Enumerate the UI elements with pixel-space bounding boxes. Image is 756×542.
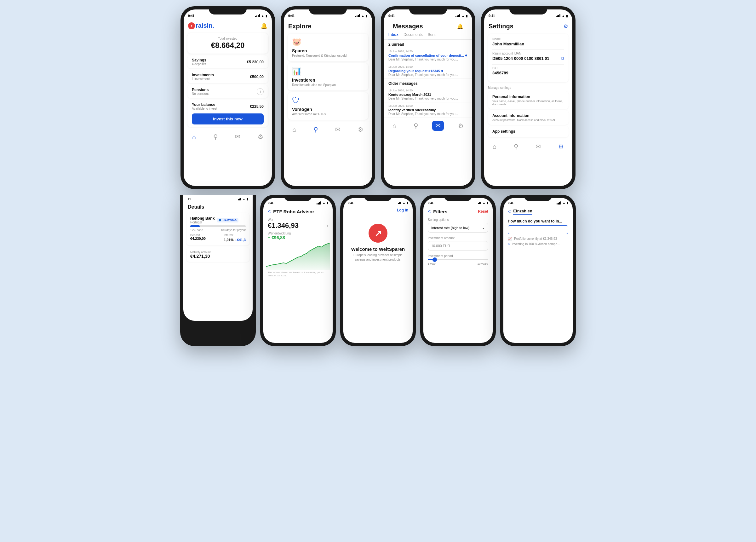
amount-input[interactable]: 10.000 EUR	[428, 241, 488, 250]
investments-amount: €500,00	[250, 75, 264, 79]
period-slider-section: Investment period 1 year 10 years	[423, 252, 493, 267]
msg1-preview: Dear Mr. Stephan, Thank you very much fo…	[388, 58, 468, 61]
h3	[559, 202, 560, 204]
vorsogen-title: Vorsogen	[292, 107, 364, 112]
notch-6	[284, 195, 312, 201]
einzahlen-back-btn[interactable]: <	[508, 209, 511, 214]
bottom-nav-1: ⌂ ⚲ ✉ ⚙	[184, 129, 272, 145]
nav-home-2[interactable]: ⌂	[289, 125, 299, 134]
bell-icon[interactable]: 🔔	[261, 22, 267, 29]
time-8: 9:41	[428, 201, 433, 204]
investments-left: Investments 1 investment	[192, 73, 214, 81]
time-5: 41	[188, 197, 191, 201]
pensions-left: Pensions No pensions	[192, 88, 209, 95]
message-1[interactable]: 18 Jun 2020, 14:50 Confirmation of cance…	[384, 48, 472, 63]
notch-7	[364, 195, 392, 201]
einzahlen-amount-input[interactable]	[508, 225, 568, 234]
msg2-preview: Dear Mr. Stephan, Thank you very much fo…	[388, 73, 468, 77]
pensions-add-btn[interactable]: +	[257, 88, 264, 95]
nav-search-1[interactable]: ⚲	[210, 132, 221, 142]
msg4-title: Identity verified successfully	[388, 108, 468, 112]
account-info-item[interactable]: Account information Account password, bl…	[488, 110, 569, 125]
period-slider-thumb[interactable]	[432, 257, 437, 262]
status-bar-5: 41 ▲ ▮	[183, 195, 253, 202]
message-2[interactable]: 18 Jun 2020, 14:50 Regarding your reques…	[384, 63, 472, 79]
nav-mail-4[interactable]: ✉	[532, 141, 544, 151]
signal-2	[355, 14, 360, 17]
personal-info-item[interactable]: Personal information Your name, e-mail, …	[488, 91, 569, 109]
explore-sparen[interactable]: 🐷 Sparen Festgeld, Tagesgeld & Kündigung…	[288, 34, 368, 61]
name-value: John Maxmillian	[492, 42, 564, 46]
msg3-date: 18 Jun 2020, 14:50	[388, 89, 468, 92]
nav-search-3[interactable]: ⚲	[410, 121, 421, 131]
tab-documents[interactable]: Documents	[404, 32, 423, 39]
phone-details: 41 ▲ ▮ Details Haitong Bank	[180, 195, 256, 346]
h4	[560, 201, 561, 204]
invest-now-button[interactable]: Invest this now	[192, 113, 264, 124]
pensions-item[interactable]: Pensions No pensions +	[187, 85, 268, 98]
nav-home-1[interactable]: ⌂	[189, 132, 199, 142]
etf-back-btn[interactable]: <	[268, 208, 271, 214]
nav-settings-2[interactable]: ⚙	[355, 124, 367, 134]
time-2: 9:41	[288, 14, 295, 18]
messages-bell[interactable]: 🔔	[457, 23, 463, 29]
message-3[interactable]: 18 Jun 2020, 14:50 Konto auszug March 20…	[384, 87, 472, 102]
nav-settings-3[interactable]: ⚙	[455, 121, 467, 131]
filters-back-btn[interactable]: <	[428, 208, 431, 214]
wifi-5: ▲	[243, 197, 245, 201]
phone-explore: 9:41 ▲ ▮ Explore 🐷 Sparen	[281, 6, 375, 189]
nav-settings-4[interactable]: ⚙	[555, 141, 567, 151]
interest-item: Interest 1,01% +€41,3	[224, 233, 246, 242]
signal-1	[255, 14, 260, 17]
portfolio-info-text: Portfolio currently at €1.346,93	[514, 237, 557, 240]
app-settings-item[interactable]: App settings	[488, 126, 569, 137]
phone-weltsparen: 9:41 ▲ ▮ Log in ↗ Welcome to WeltSparen	[340, 195, 416, 346]
savings-item[interactable]: Savings 4 deposits €5.230,00	[187, 55, 268, 68]
c1	[556, 16, 557, 17]
g3	[480, 202, 481, 204]
copy-icon[interactable]: ⧉	[561, 56, 564, 61]
explore-header: Explore	[284, 20, 372, 32]
nav-mail-2[interactable]: ✉	[332, 124, 344, 134]
explore-investieren[interactable]: 📊 Investieren Renditestark, also mit Spa…	[288, 63, 368, 90]
nav-search-2[interactable]: ⚲	[310, 124, 321, 134]
notch-2	[309, 6, 347, 14]
signal-9	[557, 201, 561, 204]
message-4[interactable]: 18 Jun 2020, 14:50 Identity verified suc…	[384, 102, 472, 118]
period-label: Investment period	[428, 254, 488, 258]
phone-settings: 9:41 ▲ ▮ Settings ⚙ Nam	[481, 6, 576, 189]
signal-5	[238, 198, 241, 200]
d1	[238, 199, 239, 200]
tab-inbox[interactable]: Inbox	[388, 32, 398, 39]
msg3-preview: Dear Mr. Stephan, Thank you very much fo…	[388, 97, 468, 100]
nav-home-3[interactable]: ⌂	[389, 121, 399, 131]
sorting-section: Sorting options Interest rate (high to l…	[423, 216, 493, 234]
einzahlen-info: 📈 Portfolio currently at €1.346,93 ○ Inv…	[503, 234, 573, 249]
nav-mail-3[interactable]: ✉	[432, 121, 444, 131]
iban-value: DE05 1204 0000 0100 8861 01	[492, 56, 549, 61]
bank-details-card: Haitong Bank Portugal 🅗 HAITONG 17% done…	[186, 213, 249, 245]
investments-item[interactable]: Investments 1 investment €500,00	[187, 70, 268, 83]
top-row: 9:41 ▲ ▮ r raisin. �	[6, 6, 750, 189]
tab-sent[interactable]: Sent	[428, 32, 436, 39]
wert-chevron[interactable]: ›	[327, 223, 328, 228]
filters-reset-btn[interactable]: Reset	[478, 209, 488, 214]
circle-icon: ○	[508, 242, 510, 246]
b3	[358, 15, 359, 17]
login-button[interactable]: Log in	[343, 206, 413, 214]
wifi-8: ▲	[483, 201, 485, 204]
status-right-3: ▲ ▮	[455, 14, 468, 18]
older-label: Older messages	[384, 79, 472, 87]
divider-1	[492, 49, 564, 50]
savings-title: Savings	[192, 58, 206, 62]
nav-home-4[interactable]: ⌂	[490, 142, 500, 151]
nav-mail-1[interactable]: ✉	[232, 132, 243, 142]
nav-search-4[interactable]: ⚲	[511, 141, 522, 151]
nav-settings-1[interactable]: ⚙	[255, 132, 266, 142]
settings-icon[interactable]: ⚙	[564, 23, 568, 29]
explore-vorsogen[interactable]: 🛡 Vorsogen Altersvorsorge mit ETFs	[288, 92, 368, 120]
f1	[398, 203, 399, 204]
sorting-select[interactable]: Interest rate (high to low) ⌄	[428, 223, 488, 232]
battery-5: ▮	[247, 197, 248, 201]
notch-8	[444, 195, 472, 201]
